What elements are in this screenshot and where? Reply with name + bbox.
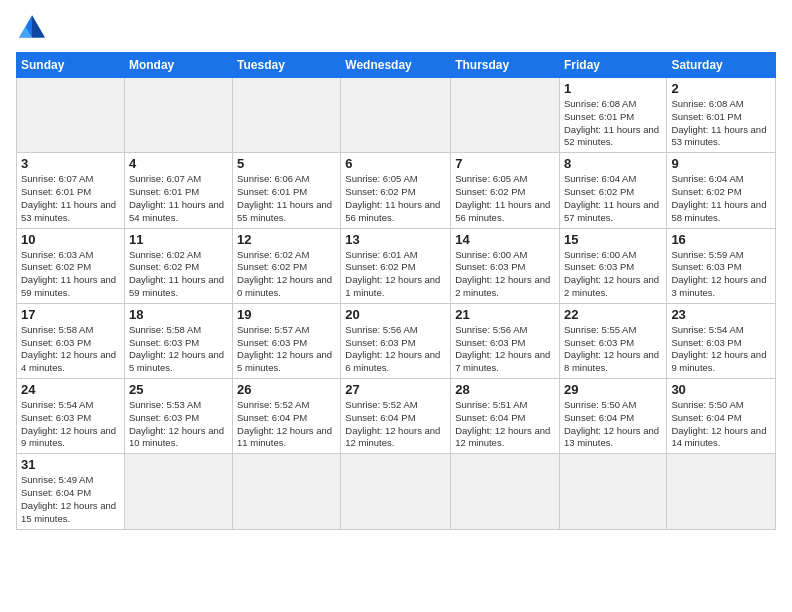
day-number: 11 <box>129 232 228 247</box>
day-info: Sunrise: 5:50 AM Sunset: 6:04 PM Dayligh… <box>564 399 662 450</box>
day-number: 21 <box>455 307 555 322</box>
calendar-cell <box>124 454 232 529</box>
day-number: 1 <box>564 81 662 96</box>
calendar-cell <box>233 78 341 153</box>
calendar-cell: 16Sunrise: 5:59 AM Sunset: 6:03 PM Dayli… <box>667 228 776 303</box>
weekday-header-monday: Monday <box>124 53 232 78</box>
day-number: 9 <box>671 156 771 171</box>
calendar-cell: 30Sunrise: 5:50 AM Sunset: 6:04 PM Dayli… <box>667 379 776 454</box>
calendar-cell: 3Sunrise: 6:07 AM Sunset: 6:01 PM Daylig… <box>17 153 125 228</box>
calendar-cell: 12Sunrise: 6:02 AM Sunset: 6:02 PM Dayli… <box>233 228 341 303</box>
calendar-cell: 14Sunrise: 6:00 AM Sunset: 6:03 PM Dayli… <box>451 228 560 303</box>
calendar-cell <box>667 454 776 529</box>
calendar-cell: 27Sunrise: 5:52 AM Sunset: 6:04 PM Dayli… <box>341 379 451 454</box>
day-number: 24 <box>21 382 120 397</box>
calendar-cell: 31Sunrise: 5:49 AM Sunset: 6:04 PM Dayli… <box>17 454 125 529</box>
day-info: Sunrise: 5:52 AM Sunset: 6:04 PM Dayligh… <box>237 399 336 450</box>
week-row-4: 17Sunrise: 5:58 AM Sunset: 6:03 PM Dayli… <box>17 303 776 378</box>
calendar-cell: 21Sunrise: 5:56 AM Sunset: 6:03 PM Dayli… <box>451 303 560 378</box>
weekday-header-row: SundayMondayTuesdayWednesdayThursdayFrid… <box>17 53 776 78</box>
header <box>16 12 776 44</box>
day-info: Sunrise: 5:59 AM Sunset: 6:03 PM Dayligh… <box>671 249 771 300</box>
calendar-cell: 7Sunrise: 6:05 AM Sunset: 6:02 PM Daylig… <box>451 153 560 228</box>
logo-icon <box>16 12 48 44</box>
calendar-cell: 22Sunrise: 5:55 AM Sunset: 6:03 PM Dayli… <box>559 303 666 378</box>
calendar-cell: 17Sunrise: 5:58 AM Sunset: 6:03 PM Dayli… <box>17 303 125 378</box>
calendar-cell: 5Sunrise: 6:06 AM Sunset: 6:01 PM Daylig… <box>233 153 341 228</box>
calendar-cell <box>559 454 666 529</box>
calendar-cell: 29Sunrise: 5:50 AM Sunset: 6:04 PM Dayli… <box>559 379 666 454</box>
day-number: 22 <box>564 307 662 322</box>
calendar-cell: 8Sunrise: 6:04 AM Sunset: 6:02 PM Daylig… <box>559 153 666 228</box>
weekday-header-friday: Friday <box>559 53 666 78</box>
calendar-table: SundayMondayTuesdayWednesdayThursdayFrid… <box>16 52 776 530</box>
week-row-5: 24Sunrise: 5:54 AM Sunset: 6:03 PM Dayli… <box>17 379 776 454</box>
day-number: 7 <box>455 156 555 171</box>
calendar-cell: 24Sunrise: 5:54 AM Sunset: 6:03 PM Dayli… <box>17 379 125 454</box>
day-info: Sunrise: 6:01 AM Sunset: 6:02 PM Dayligh… <box>345 249 446 300</box>
weekday-header-tuesday: Tuesday <box>233 53 341 78</box>
calendar-cell: 4Sunrise: 6:07 AM Sunset: 6:01 PM Daylig… <box>124 153 232 228</box>
logo <box>16 12 54 44</box>
calendar-cell <box>451 78 560 153</box>
day-info: Sunrise: 5:51 AM Sunset: 6:04 PM Dayligh… <box>455 399 555 450</box>
calendar-cell: 28Sunrise: 5:51 AM Sunset: 6:04 PM Dayli… <box>451 379 560 454</box>
calendar-cell: 11Sunrise: 6:02 AM Sunset: 6:02 PM Dayli… <box>124 228 232 303</box>
calendar-cell <box>341 78 451 153</box>
calendar-cell: 18Sunrise: 5:58 AM Sunset: 6:03 PM Dayli… <box>124 303 232 378</box>
calendar-cell: 9Sunrise: 6:04 AM Sunset: 6:02 PM Daylig… <box>667 153 776 228</box>
svg-marker-1 <box>32 15 45 37</box>
day-number: 5 <box>237 156 336 171</box>
day-info: Sunrise: 5:56 AM Sunset: 6:03 PM Dayligh… <box>345 324 446 375</box>
day-info: Sunrise: 6:04 AM Sunset: 6:02 PM Dayligh… <box>671 173 771 224</box>
day-number: 17 <box>21 307 120 322</box>
day-number: 31 <box>21 457 120 472</box>
day-info: Sunrise: 6:07 AM Sunset: 6:01 PM Dayligh… <box>129 173 228 224</box>
day-number: 20 <box>345 307 446 322</box>
day-number: 26 <box>237 382 336 397</box>
day-number: 28 <box>455 382 555 397</box>
week-row-2: 3Sunrise: 6:07 AM Sunset: 6:01 PM Daylig… <box>17 153 776 228</box>
day-info: Sunrise: 6:06 AM Sunset: 6:01 PM Dayligh… <box>237 173 336 224</box>
day-info: Sunrise: 5:53 AM Sunset: 6:03 PM Dayligh… <box>129 399 228 450</box>
calendar-cell: 23Sunrise: 5:54 AM Sunset: 6:03 PM Dayli… <box>667 303 776 378</box>
day-info: Sunrise: 5:55 AM Sunset: 6:03 PM Dayligh… <box>564 324 662 375</box>
day-info: Sunrise: 5:54 AM Sunset: 6:03 PM Dayligh… <box>21 399 120 450</box>
day-number: 15 <box>564 232 662 247</box>
day-number: 23 <box>671 307 771 322</box>
day-info: Sunrise: 6:02 AM Sunset: 6:02 PM Dayligh… <box>129 249 228 300</box>
day-info: Sunrise: 5:56 AM Sunset: 6:03 PM Dayligh… <box>455 324 555 375</box>
calendar-cell: 1Sunrise: 6:08 AM Sunset: 6:01 PM Daylig… <box>559 78 666 153</box>
day-info: Sunrise: 6:00 AM Sunset: 6:03 PM Dayligh… <box>455 249 555 300</box>
weekday-header-thursday: Thursday <box>451 53 560 78</box>
calendar-cell: 19Sunrise: 5:57 AM Sunset: 6:03 PM Dayli… <box>233 303 341 378</box>
day-info: Sunrise: 6:00 AM Sunset: 6:03 PM Dayligh… <box>564 249 662 300</box>
day-number: 8 <box>564 156 662 171</box>
day-number: 16 <box>671 232 771 247</box>
calendar-page: SundayMondayTuesdayWednesdayThursdayFrid… <box>0 0 792 612</box>
calendar-cell <box>233 454 341 529</box>
day-number: 10 <box>21 232 120 247</box>
week-row-3: 10Sunrise: 6:03 AM Sunset: 6:02 PM Dayli… <box>17 228 776 303</box>
day-number: 13 <box>345 232 446 247</box>
day-number: 25 <box>129 382 228 397</box>
day-info: Sunrise: 6:02 AM Sunset: 6:02 PM Dayligh… <box>237 249 336 300</box>
day-info: Sunrise: 5:54 AM Sunset: 6:03 PM Dayligh… <box>671 324 771 375</box>
day-info: Sunrise: 6:05 AM Sunset: 6:02 PM Dayligh… <box>455 173 555 224</box>
day-number: 14 <box>455 232 555 247</box>
day-number: 30 <box>671 382 771 397</box>
day-info: Sunrise: 5:58 AM Sunset: 6:03 PM Dayligh… <box>21 324 120 375</box>
day-number: 4 <box>129 156 228 171</box>
calendar-cell: 26Sunrise: 5:52 AM Sunset: 6:04 PM Dayli… <box>233 379 341 454</box>
day-number: 6 <box>345 156 446 171</box>
day-number: 3 <box>21 156 120 171</box>
day-number: 18 <box>129 307 228 322</box>
calendar-cell: 2Sunrise: 6:08 AM Sunset: 6:01 PM Daylig… <box>667 78 776 153</box>
day-info: Sunrise: 5:57 AM Sunset: 6:03 PM Dayligh… <box>237 324 336 375</box>
calendar-cell: 13Sunrise: 6:01 AM Sunset: 6:02 PM Dayli… <box>341 228 451 303</box>
week-row-6: 31Sunrise: 5:49 AM Sunset: 6:04 PM Dayli… <box>17 454 776 529</box>
calendar-cell <box>341 454 451 529</box>
day-number: 12 <box>237 232 336 247</box>
day-number: 19 <box>237 307 336 322</box>
weekday-header-wednesday: Wednesday <box>341 53 451 78</box>
